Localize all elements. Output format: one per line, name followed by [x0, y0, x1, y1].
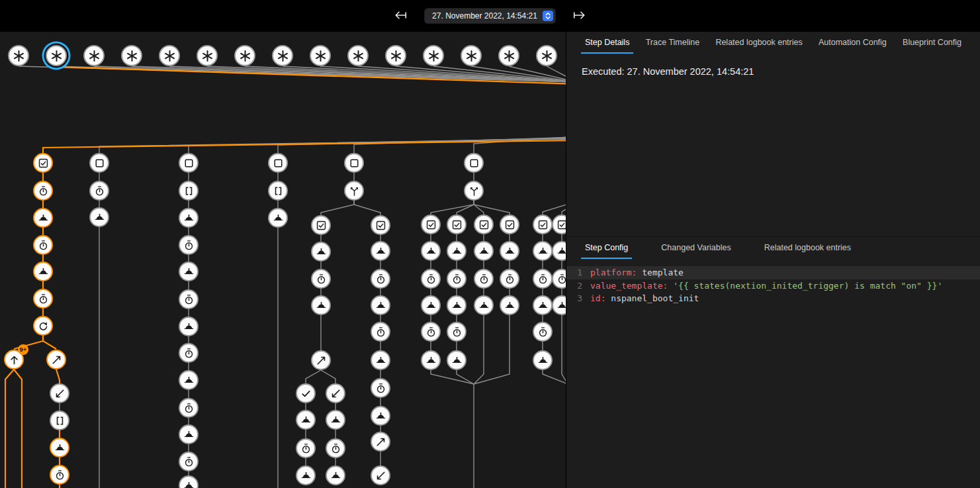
trace-node[interactable]	[461, 45, 482, 66]
trace-node[interactable]	[89, 207, 109, 227]
trace-node[interactable]	[371, 432, 390, 452]
trace-node[interactable]	[50, 411, 69, 430]
trace-node[interactable]	[533, 269, 553, 289]
trace-node[interactable]	[371, 215, 390, 235]
trace-node[interactable]	[474, 215, 494, 234]
tab-step-details[interactable]: Step Details	[581, 32, 633, 54]
trace-node[interactable]	[421, 295, 441, 315]
tab-automation-config[interactable]: Automation Config	[815, 32, 891, 54]
trace-node[interactable]	[474, 295, 494, 315]
trace-node[interactable]	[50, 438, 69, 458]
trace-node[interactable]	[179, 452, 199, 471]
trace-graph[interactable]: 9+	[0, 32, 566, 488]
trace-node[interactable]	[500, 295, 519, 315]
tab-trace-timeline[interactable]: Trace Timeline	[642, 32, 704, 54]
trace-node[interactable]	[159, 45, 180, 66]
trace-node[interactable]	[500, 269, 519, 289]
trace-node[interactable]	[179, 289, 199, 309]
trace-node[interactable]	[533, 322, 553, 342]
trace-node[interactable]	[371, 378, 390, 398]
trace-node[interactable]	[179, 424, 199, 444]
trace-node[interactable]	[500, 215, 519, 234]
trace-node[interactable]	[421, 215, 441, 234]
trace-node[interactable]	[268, 181, 288, 201]
trace-node[interactable]	[272, 45, 293, 66]
trace-node[interactable]	[498, 45, 519, 66]
trace-node[interactable]	[179, 235, 199, 255]
trace-node[interactable]	[179, 181, 199, 201]
trace-node[interactable]	[179, 153, 199, 173]
trace-node[interactable]	[344, 181, 364, 201]
trace-node[interactable]	[33, 153, 53, 173]
trace-node[interactable]	[296, 410, 316, 430]
trace-node[interactable]	[447, 295, 467, 315]
trace-node[interactable]	[89, 153, 109, 173]
trace-node[interactable]	[311, 242, 331, 262]
trace-node[interactable]	[371, 406, 390, 426]
previous-run-button[interactable]	[392, 7, 409, 26]
trace-node[interactable]	[326, 410, 345, 430]
trace-node[interactable]	[371, 241, 390, 261]
trace-node[interactable]	[500, 241, 519, 261]
trace-node[interactable]	[464, 181, 484, 201]
trace-node[interactable]	[474, 241, 494, 261]
trace-node[interactable]	[347, 45, 369, 66]
tab-changed-variables[interactable]: Changed Variables	[657, 237, 735, 259]
step-config-code[interactable]: 1platform: template 2value_template: '{{…	[566, 266, 980, 305]
trace-node[interactable]	[33, 262, 53, 281]
trace-node[interactable]	[421, 269, 441, 289]
tab-blueprint-config[interactable]: Blueprint Config	[899, 32, 965, 54]
trace-node[interactable]	[310, 45, 331, 66]
trace-node[interactable]	[179, 317, 199, 336]
trace-node[interactable]: 9+	[4, 350, 24, 369]
trace-node[interactable]	[311, 215, 331, 235]
trace-node[interactable]	[50, 465, 69, 485]
trace-node[interactable]	[50, 383, 69, 403]
trace-node[interactable]	[533, 295, 553, 315]
trace-node[interactable]	[268, 208, 288, 228]
trace-node[interactable]	[447, 350, 467, 370]
trace-node[interactable]	[536, 45, 557, 66]
trace-node[interactable]	[33, 208, 53, 228]
trace-node[interactable]	[179, 262, 199, 281]
trace-node[interactable]	[447, 215, 467, 234]
trace-node[interactable]	[447, 322, 467, 342]
trace-node[interactable]	[533, 241, 553, 261]
trace-node[interactable]	[179, 208, 199, 228]
trace-node[interactable]	[447, 241, 467, 261]
trace-node[interactable]	[234, 45, 255, 66]
trace-node[interactable]	[421, 241, 441, 261]
trace-node[interactable]	[385, 45, 406, 66]
trace-node[interactable]	[423, 45, 444, 66]
trace-node[interactable]	[371, 322, 390, 342]
trace-node[interactable]	[533, 215, 553, 234]
trace-node[interactable]	[311, 269, 331, 289]
trace-node[interactable]	[89, 181, 109, 201]
trace-node[interactable]	[268, 153, 288, 173]
trace-node[interactable]	[46, 45, 67, 66]
trace-node[interactable]	[83, 45, 105, 66]
trace-node[interactable]	[296, 438, 316, 458]
trace-node[interactable]	[179, 370, 199, 390]
trace-node[interactable]	[447, 269, 467, 289]
trace-node[interactable]	[421, 322, 441, 342]
run-selector-dropdown[interactable]: 27. November 2022, 14:54:21	[425, 9, 555, 23]
trace-node[interactable]	[371, 465, 390, 485]
trace-node[interactable]	[371, 295, 390, 315]
next-run-button[interactable]	[571, 7, 588, 26]
trace-node[interactable]	[326, 465, 345, 485]
trace-node[interactable]	[311, 295, 331, 315]
trace-node[interactable]	[344, 153, 364, 173]
trace-node[interactable]	[179, 398, 199, 418]
trace-node[interactable]	[46, 350, 66, 369]
trace-node[interactable]	[474, 269, 494, 289]
trace-node[interactable]	[33, 316, 53, 336]
trace-node[interactable]	[371, 269, 390, 289]
tab-related-logbook-entries[interactable]: Related logbook entries	[711, 32, 806, 54]
trace-node[interactable]	[121, 45, 142, 66]
tab-step-config[interactable]: Step Config	[581, 237, 632, 259]
trace-node[interactable]	[326, 383, 345, 403]
trace-node[interactable]	[296, 383, 316, 403]
trace-node[interactable]	[179, 343, 199, 363]
trace-node[interactable]	[533, 350, 553, 370]
